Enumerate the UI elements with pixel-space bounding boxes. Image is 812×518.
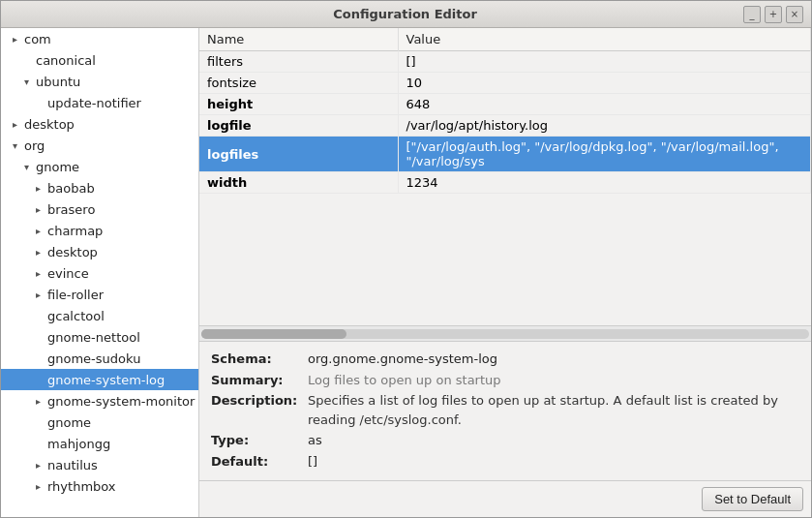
tree-item-update-notifier[interactable]: update-notifier bbox=[1, 92, 198, 113]
minimize-button[interactable]: _ bbox=[743, 6, 761, 23]
type-row: Type: as bbox=[211, 431, 799, 450]
tree-item-label: canonical bbox=[36, 53, 96, 68]
maximize-button[interactable]: + bbox=[765, 6, 782, 23]
schema-label: Schema: bbox=[211, 350, 308, 369]
table-scroll[interactable]: Name Value filters[]fontsize10height648l… bbox=[199, 28, 811, 325]
summary-value: Log files to open up on startup bbox=[308, 371, 799, 390]
table-row[interactable]: logfiles["/var/log/auth.log", "/var/log/… bbox=[199, 137, 811, 172]
table-row[interactable]: height648 bbox=[199, 94, 811, 115]
tree-item-label: desktop bbox=[47, 245, 98, 259]
tree-item-label: gnome-nettool bbox=[47, 330, 140, 345]
tree-item-label: ubuntu bbox=[36, 75, 80, 89]
table-cell-name: width bbox=[199, 172, 398, 194]
table-row[interactable]: logfile/var/log/apt/history.log bbox=[199, 115, 811, 137]
tree-item-label: mahjongg bbox=[47, 437, 110, 451]
tree-arrow-icon: ▸ bbox=[36, 289, 47, 300]
tree-arrow-icon: ▾ bbox=[24, 162, 36, 172]
close-button[interactable]: × bbox=[786, 6, 803, 23]
tree-item-label: baobab bbox=[47, 181, 95, 196]
description-label: Description: bbox=[211, 391, 308, 411]
table-row[interactable]: fontsize10 bbox=[199, 73, 811, 94]
tree-arrow-icon: ▸ bbox=[36, 183, 47, 194]
scrollbar-thumb[interactable] bbox=[201, 329, 346, 339]
tree-arrow-icon: ▸ bbox=[36, 481, 47, 492]
main-content: ▸comcanonical▾ubuntuupdate-notifier▸desk… bbox=[1, 28, 811, 517]
type-label: Type: bbox=[211, 431, 308, 450]
tree-item-charmap[interactable]: ▸charmap bbox=[1, 220, 198, 241]
table-cell-value: 10 bbox=[398, 73, 811, 94]
tree-item-label: brasero bbox=[47, 202, 95, 217]
tree-item-brasero[interactable]: ▸brasero bbox=[1, 198, 198, 220]
schema-row: Schema: org.gnome.gnome-system-log bbox=[211, 350, 799, 369]
tree-arrow-icon: ▸ bbox=[36, 268, 47, 279]
table-row[interactable]: filters[] bbox=[199, 51, 811, 73]
tree-item-file-roller[interactable]: ▸file-roller bbox=[1, 284, 198, 305]
tree-item-canonical[interactable]: canonical bbox=[1, 49, 198, 71]
tree-item-baobab[interactable]: ▸baobab bbox=[1, 177, 198, 198]
summary-row: Summary: Log files to open up on startup bbox=[211, 371, 799, 390]
table-cell-name: height bbox=[199, 94, 398, 115]
tree-item-com[interactable]: ▸com bbox=[1, 28, 198, 49]
tree-item-label: gnome bbox=[47, 415, 91, 430]
tree-item-label: com bbox=[24, 32, 51, 46]
tree-item-evince[interactable]: ▸evince bbox=[1, 262, 198, 284]
tree-arrow-icon: ▸ bbox=[36, 396, 47, 407]
table-cell-name: logfiles bbox=[199, 137, 398, 172]
config-table-area: Name Value filters[]fontsize10height648l… bbox=[199, 28, 811, 341]
tree-item-gnome-system-monitor[interactable]: ▸gnome-system-monitor bbox=[1, 390, 198, 411]
tree-panel[interactable]: ▸comcanonical▾ubuntuupdate-notifier▸desk… bbox=[1, 28, 199, 517]
table-row[interactable]: width1234 bbox=[199, 172, 811, 194]
table-cell-value: ["/var/log/auth.log", "/var/log/dpkg.log… bbox=[398, 137, 811, 172]
tree-item-gnome[interactable]: ▾gnome bbox=[1, 156, 198, 177]
table-cell-name: logfile bbox=[199, 115, 398, 137]
tree-arrow-icon: ▸ bbox=[36, 204, 47, 215]
tree-item-label: update-notifier bbox=[47, 96, 141, 110]
description-row: Description: Specifies a list of log fil… bbox=[211, 391, 799, 429]
default-value: [] bbox=[308, 452, 799, 472]
info-panel: Schema: org.gnome.gnome-system-log Summa… bbox=[199, 341, 811, 480]
tree-item-desktop[interactable]: ▸desktop bbox=[1, 241, 198, 262]
tree-item-mahjongg[interactable]: mahjongg bbox=[1, 433, 198, 454]
scrollbar-track bbox=[201, 329, 809, 339]
tree-item-ubuntu[interactable]: ▾ubuntu bbox=[1, 71, 198, 92]
bottom-bar: Set to Default bbox=[199, 480, 811, 517]
horizontal-scrollbar[interactable] bbox=[199, 325, 811, 341]
table-header-row: Name Value bbox=[199, 28, 811, 51]
tree-item-gcalctool[interactable]: gcalctool bbox=[1, 305, 198, 326]
tree-item-label: gnome-sudoku bbox=[47, 351, 140, 366]
default-row: Default: [] bbox=[211, 452, 799, 472]
tree-arrow-icon: ▸ bbox=[13, 119, 24, 130]
table-cell-name: filters bbox=[199, 51, 398, 73]
tree-arrow-icon: ▾ bbox=[13, 140, 24, 151]
tree-item-gnome-system-log[interactable]: gnome-system-log bbox=[1, 369, 198, 390]
tree-item-label: nautilus bbox=[47, 458, 98, 472]
tree-item-desktop[interactable]: ▸desktop bbox=[1, 113, 198, 135]
tree-item-label: org bbox=[24, 138, 45, 153]
tree-arrow-icon: ▸ bbox=[36, 460, 47, 471]
table-cell-value: /var/log/apt/history.log bbox=[398, 115, 811, 137]
main-window: Configuration Editor _ + × ▸comcanonical… bbox=[0, 0, 812, 518]
tree-item-label: evince bbox=[47, 266, 89, 281]
window-title: Configuration Editor bbox=[67, 7, 743, 21]
default-label: Default: bbox=[211, 452, 308, 472]
table-cell-value: 1234 bbox=[398, 172, 811, 194]
tree-item-label: gnome bbox=[36, 160, 79, 174]
tree-item-label: rhythmbox bbox=[47, 479, 116, 494]
tree-item-rhythmbox[interactable]: ▸rhythmbox bbox=[1, 475, 198, 497]
type-value: as bbox=[308, 431, 799, 450]
tree-item-gnome-nettool[interactable]: gnome-nettool bbox=[1, 326, 198, 348]
tree-item-org[interactable]: ▾org bbox=[1, 135, 198, 156]
table-cell-name: fontsize bbox=[199, 73, 398, 94]
tree-item-gnome[interactable]: gnome bbox=[1, 411, 198, 433]
right-panel: Name Value filters[]fontsize10height648l… bbox=[199, 28, 811, 517]
tree-item-label: gcalctool bbox=[47, 309, 105, 323]
tree-item-label: gnome-system-monitor bbox=[47, 394, 195, 409]
tree-item-nautilus[interactable]: ▸nautilus bbox=[1, 454, 198, 475]
table-cell-value: [] bbox=[398, 51, 811, 73]
config-table: Name Value filters[]fontsize10height648l… bbox=[199, 28, 811, 194]
tree-item-gnome-sudoku[interactable]: gnome-sudoku bbox=[1, 348, 198, 369]
window-controls: _ + × bbox=[743, 6, 803, 23]
table-cell-value: 648 bbox=[398, 94, 811, 115]
set-to-default-button[interactable]: Set to Default bbox=[702, 487, 803, 511]
schema-value: org.gnome.gnome-system-log bbox=[308, 350, 799, 369]
